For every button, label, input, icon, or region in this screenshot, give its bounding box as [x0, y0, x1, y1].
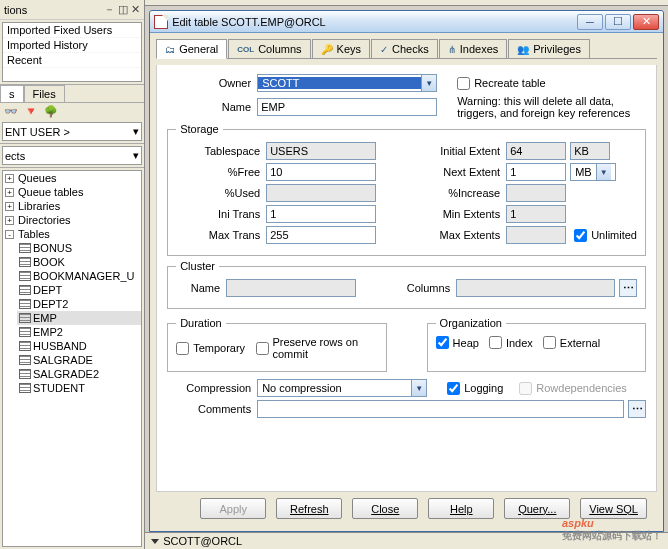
- refresh-button[interactable]: Refresh: [276, 498, 342, 519]
- tablespace-input[interactable]: [266, 142, 376, 160]
- pctfree-input[interactable]: [266, 163, 376, 181]
- preserve-rows-checkbox[interactable]: Preserve rows on commit: [256, 336, 378, 360]
- user-dropdown-label: ENT USER >: [5, 126, 70, 138]
- tree-node[interactable]: +Libraries: [3, 199, 141, 213]
- recreate-checkbox[interactable]: Recreate table: [457, 77, 546, 90]
- name-input[interactable]: [257, 98, 437, 116]
- maxtrans-label: Max Trans: [176, 229, 266, 241]
- tab-label: Keys: [337, 43, 361, 55]
- temporary-checkbox[interactable]: Temporary: [176, 342, 245, 355]
- external-checkbox[interactable]: External: [543, 336, 600, 349]
- collapse-icon: -: [5, 230, 14, 239]
- close-button[interactable]: Close: [352, 498, 418, 519]
- tab-general[interactable]: 🗂General: [156, 39, 227, 59]
- table-icon: [19, 313, 31, 323]
- table-item[interactable]: SALGRADE2: [17, 367, 141, 381]
- cluster-name-input[interactable]: [226, 279, 356, 297]
- minextents-input[interactable]: [506, 205, 566, 223]
- tablespace-label: Tablespace: [176, 145, 266, 157]
- objects-dropdown[interactable]: ects ▾: [2, 146, 142, 165]
- index-checkbox[interactable]: Index: [489, 336, 533, 349]
- initrans-input[interactable]: [266, 205, 376, 223]
- tab-privileges[interactable]: 👥Privileges: [508, 39, 590, 58]
- tree-icon[interactable]: 🌳: [44, 105, 58, 118]
- main-area: Edit table SCOTT.EMP@ORCL ─ ☐ ✕ 🗂General…: [145, 0, 668, 549]
- sidebar-window-controls[interactable]: － ◫ ✕: [104, 2, 140, 17]
- table-icon: [19, 341, 31, 351]
- table-item-selected[interactable]: EMP: [17, 311, 141, 325]
- titlebar[interactable]: Edit table SCOTT.EMP@ORCL ─ ☐ ✕: [150, 11, 663, 33]
- comments-input[interactable]: [257, 400, 624, 418]
- next-unit-combo[interactable]: MB▼: [570, 163, 616, 181]
- table-item[interactable]: BOOKMANAGER_U: [17, 269, 141, 283]
- comments-label: Comments: [167, 403, 257, 415]
- chevron-down-icon: ▼: [421, 75, 436, 91]
- heap-checkbox[interactable]: Heap: [436, 336, 479, 349]
- list-item[interactable]: Imported History: [3, 38, 141, 53]
- edit-table-window: Edit table SCOTT.EMP@ORCL ─ ☐ ✕ 🗂General…: [149, 10, 664, 532]
- tree-node[interactable]: -Tables: [3, 227, 141, 241]
- storage-legend: Storage: [176, 123, 223, 135]
- tree-node[interactable]: +Directories: [3, 213, 141, 227]
- help-button[interactable]: Help: [428, 498, 494, 519]
- tab-columns[interactable]: COLColumns: [228, 39, 310, 58]
- logging-checkbox[interactable]: Logging: [447, 382, 503, 395]
- table-item[interactable]: DEPT2: [17, 297, 141, 311]
- maxextents-input[interactable]: [506, 226, 566, 244]
- compression-combo[interactable]: No compression▼: [257, 379, 427, 397]
- owner-combo[interactable]: SCOTT▼: [257, 74, 437, 92]
- columns-icon: COL: [237, 45, 254, 54]
- owner-label: Owner: [167, 77, 257, 89]
- initial-unit[interactable]: [570, 142, 610, 160]
- cluster-name-label: Name: [176, 282, 226, 294]
- comments-more-button[interactable]: ⋯: [628, 400, 646, 418]
- query-button[interactable]: Query...: [504, 498, 570, 519]
- table-item[interactable]: HUSBAND: [17, 339, 141, 353]
- tab-label: General: [179, 43, 218, 55]
- table-item[interactable]: BOOK: [17, 255, 141, 269]
- expand-icon: +: [5, 188, 14, 197]
- tab-keys[interactable]: 🔑Keys: [312, 39, 370, 58]
- pctincrease-input[interactable]: [506, 184, 566, 202]
- maxtrans-input[interactable]: [266, 226, 376, 244]
- list-item[interactable]: Recent: [3, 53, 141, 68]
- unlimited-checkbox[interactable]: Unlimited: [574, 229, 637, 242]
- pctused-input[interactable]: [266, 184, 376, 202]
- minimize-button[interactable]: ─: [577, 14, 603, 30]
- list-item[interactable]: Imported Fixed Users: [3, 23, 141, 38]
- initial-extent-input[interactable]: [506, 142, 566, 160]
- table-item[interactable]: SALGRADE: [17, 353, 141, 367]
- chevron-down-icon: ▼: [411, 380, 426, 396]
- table-item[interactable]: DEPT: [17, 283, 141, 297]
- table-icon: [19, 355, 31, 365]
- glasses-icon[interactable]: 👓: [4, 105, 18, 118]
- apply-button: Apply: [200, 498, 266, 519]
- filter-icon[interactable]: 🔻: [24, 105, 38, 118]
- pctused-label: %Used: [176, 187, 266, 199]
- object-tree[interactable]: +Queues +Queue tables +Libraries +Direct…: [2, 170, 142, 547]
- tab-label: Indexes: [460, 43, 499, 55]
- chevron-down-icon: ▼: [596, 164, 611, 180]
- tree-node[interactable]: +Queue tables: [3, 185, 141, 199]
- storage-group: Storage Tablespace %Free %Used Ini Trans…: [167, 123, 646, 256]
- tab-checks[interactable]: ✓Checks: [371, 39, 438, 58]
- table-item[interactable]: BONUS: [17, 241, 141, 255]
- cluster-columns-input[interactable]: [456, 279, 615, 297]
- check-icon: ✓: [380, 44, 388, 55]
- next-extent-input[interactable]: [506, 163, 566, 181]
- view-sql-button[interactable]: View SQL: [580, 498, 647, 519]
- tab-indexes[interactable]: ⋔Indexes: [439, 39, 508, 58]
- table-icon: [19, 271, 31, 281]
- tab-s[interactable]: s: [0, 85, 24, 102]
- chevron-down-icon[interactable]: [151, 539, 159, 544]
- table-item[interactable]: EMP2: [17, 325, 141, 339]
- tab-files[interactable]: Files: [24, 85, 65, 102]
- close-button[interactable]: ✕: [633, 14, 659, 30]
- imported-list[interactable]: Imported Fixed Users Imported History Re…: [2, 22, 142, 82]
- table-item[interactable]: STUDENT: [17, 381, 141, 395]
- cluster-columns-more-button[interactable]: ⋯: [619, 279, 637, 297]
- owner-value: SCOTT: [258, 77, 421, 89]
- tree-node[interactable]: +Queues: [3, 171, 141, 185]
- maximize-button[interactable]: ☐: [605, 14, 631, 30]
- user-dropdown[interactable]: ENT USER > ▾: [2, 122, 142, 141]
